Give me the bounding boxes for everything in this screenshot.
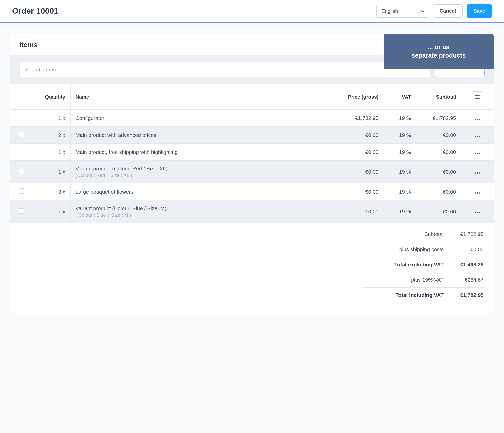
row-vat: 19 %	[384, 144, 416, 161]
row-variant-info: ( Colour : RedSize : XL )	[76, 173, 331, 178]
row-price: €1,782.95	[336, 110, 384, 127]
row-actions-cell	[461, 127, 494, 144]
items-table: Quantity Name Price (gross) VAT Subtotal…	[10, 84, 494, 223]
col-header-actions	[461, 84, 494, 110]
row-quantity: 3 x	[33, 183, 70, 200]
table-row: 1 xMain product, free shipping with high…	[10, 144, 494, 161]
row-actions-menu[interactable]	[475, 192, 480, 194]
summary-table: Subtotal€1,782.95plus shipping costs€0.0…	[362, 227, 485, 303]
row-actions-cell	[461, 183, 494, 200]
row-checkbox-cell	[10, 200, 33, 223]
col-header-quantity: Quantity	[33, 84, 70, 110]
row-quantity: 1 x	[33, 110, 70, 127]
row-checkbox[interactable]	[19, 115, 24, 120]
callout-line1: ... or as	[412, 43, 466, 51]
row-subtotal: €1,782.95	[416, 110, 461, 127]
page-header: Order 10001 English Cancel Save	[0, 0, 504, 23]
callout-line2: separate products	[412, 51, 466, 60]
row-name: Main product with advanced prices	[70, 127, 336, 144]
row-checkbox[interactable]	[19, 132, 24, 137]
row-name: Variant product (Colour: Red / Size: XL)…	[70, 161, 336, 183]
row-actions-cell	[461, 144, 494, 161]
row-vat: 19 %	[384, 161, 416, 183]
summary-label: plus 19% VAT	[363, 277, 451, 283]
summary-row: Subtotal€1,782.95	[362, 227, 485, 242]
row-checkbox[interactable]	[19, 188, 24, 194]
summary-row: plus 19% VAT€284.67	[362, 272, 485, 288]
row-checkbox[interactable]	[19, 169, 24, 174]
header-actions: English Cancel Save	[376, 4, 492, 18]
summary-label: Total including VAT	[363, 292, 451, 298]
row-quantity: 1 x	[33, 144, 70, 161]
summary-value: €1,782.95	[451, 231, 484, 237]
row-vat: 19 %	[384, 127, 416, 144]
callout-banner: ... or as separate products	[384, 34, 494, 69]
row-price: €0.00	[336, 127, 384, 144]
col-header-subtotal: Subtotal	[416, 84, 461, 110]
cancel-button[interactable]: Cancel	[433, 4, 463, 18]
items-card: ... or as separate products Items Quanti…	[10, 34, 494, 313]
summary-row: plus shipping costs€0.00	[362, 242, 485, 257]
row-quantity: 1 x	[33, 161, 70, 183]
col-header-checkbox	[10, 84, 33, 110]
row-name: Large bouquet of flowers	[70, 183, 336, 200]
col-header-name: Name	[70, 84, 336, 110]
row-quantity: 1 x	[33, 200, 70, 223]
column-settings-button[interactable]	[472, 91, 483, 102]
row-actions-menu[interactable]	[475, 136, 480, 137]
row-variant-info: ( Colour : BlueSize : M )	[76, 212, 331, 218]
select-all-checkbox[interactable]	[19, 94, 24, 99]
summary-row: Total excluding VAT€1,498.28	[362, 257, 485, 272]
row-actions-menu[interactable]	[475, 119, 480, 120]
row-actions-menu[interactable]	[475, 153, 480, 154]
col-header-price: Price (gross)	[336, 84, 384, 110]
summary-value: €1,782.95	[451, 292, 484, 298]
row-actions-cell	[461, 110, 494, 127]
row-checkbox[interactable]	[19, 208, 24, 214]
language-select[interactable]: English	[376, 5, 429, 18]
row-checkbox-cell	[10, 127, 33, 144]
summary-label: Subtotal	[363, 231, 451, 237]
hamburger-icon	[475, 95, 480, 99]
row-price: €0.00	[336, 183, 384, 200]
search-input[interactable]	[19, 62, 431, 77]
row-subtotal: €0.00	[416, 127, 461, 144]
row-quantity: 2 x	[33, 127, 70, 144]
row-checkbox[interactable]	[19, 149, 24, 154]
row-checkbox-cell	[10, 183, 33, 200]
row-name: Variant product (Colour: Blue / Size: M)…	[70, 200, 336, 223]
row-vat: 19 %	[384, 183, 416, 200]
page-title: Order 10001	[12, 6, 58, 16]
col-header-vat: VAT	[384, 84, 416, 110]
summary-value: €0.00	[451, 246, 484, 252]
table-row: 3 xLarge bouquet of flowers€0.0019 %€0.0…	[10, 183, 494, 200]
row-subtotal: €0.00	[416, 161, 461, 183]
table-row: 1 xConfigurator€1,782.9519 %€1,782.95	[10, 110, 494, 127]
page-body: ... or as separate products Items Quanti…	[0, 23, 504, 324]
row-actions-cell	[461, 161, 494, 183]
table-row: 2 xMain product with advanced prices€0.0…	[10, 127, 494, 144]
row-actions-menu[interactable]	[475, 212, 480, 213]
row-subtotal: €0.00	[416, 183, 461, 200]
row-subtotal: €0.00	[416, 200, 461, 223]
row-checkbox-cell	[10, 110, 33, 127]
save-button[interactable]: Save	[467, 4, 492, 18]
row-price: €0.00	[336, 144, 384, 161]
summary-value: €1,498.28	[451, 262, 484, 268]
row-price: €0.00	[336, 200, 384, 223]
row-vat: 19 %	[384, 110, 416, 127]
summary-row: Total including VAT€1,782.95	[362, 288, 485, 303]
table-row: 1 xVariant product (Colour: Red / Size: …	[10, 161, 494, 183]
row-name: Main product, free shipping with highlig…	[70, 144, 336, 161]
summary-label: plus shipping costs	[363, 246, 451, 252]
row-subtotal: €0.00	[416, 144, 461, 161]
summary-label: Total excluding VAT	[363, 262, 451, 268]
row-vat: 19 %	[384, 200, 416, 223]
summary-value: €284.67	[451, 277, 484, 283]
summary-section: Subtotal€1,782.95plus shipping costs€0.0…	[10, 223, 494, 313]
language-select-wrap: English	[376, 5, 429, 18]
row-actions-menu[interactable]	[475, 172, 480, 174]
row-name: Configurator	[70, 110, 336, 127]
row-checkbox-cell	[10, 161, 33, 183]
row-price: €0.00	[336, 161, 384, 183]
